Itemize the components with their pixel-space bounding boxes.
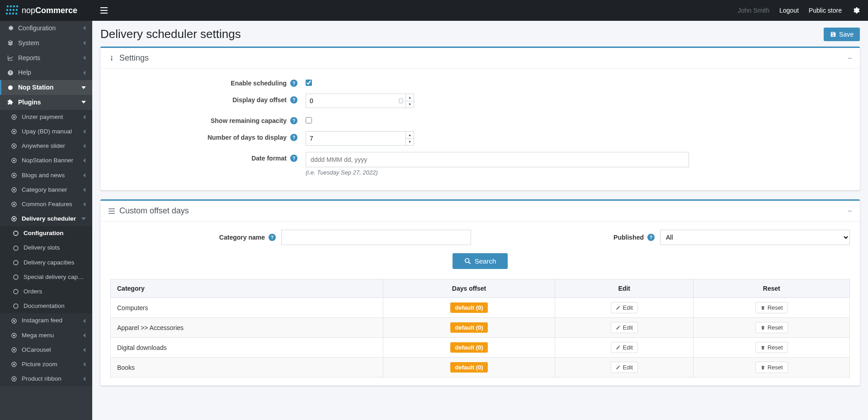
sidebar-item-nopstation-banner[interactable]: NopStation Banner: [0, 153, 92, 168]
date-format-hint: (i.e. Tuesday Sep 27, 2022): [306, 169, 689, 176]
sidebar-item-picture-zoom[interactable]: Picture zoom: [0, 357, 92, 372]
table-row: Computersdefault (0)EditReset: [111, 298, 850, 318]
chevron-left-icon: [83, 26, 86, 30]
numeric-clear-icon[interactable]: [396, 94, 406, 108]
circle-fill-icon: [6, 85, 14, 90]
nav-label: Delivery scheduler: [22, 215, 81, 222]
sidebar-item-documentation[interactable]: Documentation: [0, 299, 92, 313]
nav: ConfigurationSystemReports?HelpNop Stati…: [0, 21, 92, 386]
page-title: Delivery scheduler settings: [100, 27, 824, 41]
help-icon[interactable]: ?: [290, 134, 297, 141]
spinner-down-icon[interactable]: ▼: [406, 101, 414, 108]
edit-button[interactable]: Edit: [611, 362, 638, 373]
nav-label: Special delivery capacities: [24, 274, 86, 281]
th-category[interactable]: Category: [111, 279, 383, 298]
nav-label: Reports: [18, 54, 83, 62]
th-days-offset[interactable]: Days offset: [383, 279, 555, 298]
reset-button[interactable]: Reset: [755, 362, 788, 373]
date-format-input[interactable]: [306, 152, 689, 167]
collapse-icon[interactable]: −: [848, 207, 852, 215]
sidebar-item-system[interactable]: System: [0, 36, 92, 51]
circle-dot-icon: [10, 158, 18, 163]
collapse-icon[interactable]: −: [848, 54, 852, 62]
th-reset[interactable]: Reset: [693, 279, 850, 298]
cell-edit: Edit: [555, 298, 693, 318]
reset-button[interactable]: Reset: [755, 302, 788, 313]
spinner-up-icon[interactable]: ▲: [406, 94, 414, 101]
sidebar-item-unzer-payment[interactable]: Unzer payment: [0, 110, 92, 124]
reset-button[interactable]: Reset: [755, 322, 788, 333]
settings-card: Settings − Enable scheduling ? Display d…: [100, 47, 860, 190]
help-icon[interactable]: ?: [647, 234, 655, 241]
sidebar-item-blogs-and-news[interactable]: Blogs and news: [0, 168, 92, 183]
sidebar-item-configuration[interactable]: Configuration: [0, 226, 92, 241]
sidebar-item-ocarousel[interactable]: OCarousel: [0, 343, 92, 357]
cell-offset: default (0): [383, 338, 555, 358]
sidebar-item-reports[interactable]: Reports: [0, 51, 92, 66]
sidebar-item-upay-bd-manual[interactable]: Upay (BD) manual: [0, 124, 92, 139]
display-day-offset-input[interactable]: [306, 94, 396, 108]
chevron-left-icon: [83, 333, 86, 338]
nav-label: Delivery slots: [24, 244, 86, 251]
brand-text: nopCommerce: [22, 6, 77, 15]
edit-button[interactable]: Edit: [611, 342, 638, 353]
sidebar-item-delivery-capacities[interactable]: Delivery capacities: [0, 255, 92, 270]
sidebar-item-product-ribbon[interactable]: Product ribbon: [0, 372, 92, 386]
enable-scheduling-checkbox[interactable]: [306, 80, 312, 86]
spinner-up-icon[interactable]: ▲: [406, 132, 414, 139]
brand-logo-icon: [5, 4, 19, 17]
sidebar-item-configuration[interactable]: Configuration: [0, 21, 92, 36]
edit-button[interactable]: Edit: [611, 302, 638, 313]
hamburger-icon[interactable]: [100, 7, 108, 14]
content: Delivery scheduler settings Save Setting…: [92, 21, 868, 420]
topbar-user[interactable]: John Smith: [738, 7, 769, 14]
show-remaining-capacity-checkbox[interactable]: [306, 117, 312, 123]
sidebar-item-help[interactable]: ?Help: [0, 65, 92, 80]
edit-button[interactable]: Edit: [611, 322, 638, 333]
help-icon[interactable]: ?: [290, 155, 297, 162]
help-icon[interactable]: ?: [290, 117, 297, 124]
help-icon[interactable]: ?: [269, 234, 276, 241]
published-select[interactable]: All: [660, 230, 850, 245]
svg-point-0: [7, 5, 9, 7]
sidebar-item-delivery-scheduler[interactable]: Delivery scheduler: [0, 212, 92, 226]
search-button[interactable]: Search: [453, 253, 508, 269]
svg-point-9: [9, 13, 11, 14]
nav-label: Orders: [24, 288, 86, 295]
logout-link[interactable]: Logout: [779, 7, 799, 14]
sidebar-item-anywhere-slider[interactable]: Anywhere slider: [0, 139, 92, 153]
sidebar-item-plugins[interactable]: Plugins: [0, 95, 92, 110]
svg-rect-52: [399, 99, 403, 103]
circle-dot-icon: [10, 129, 18, 134]
spinner-down-icon[interactable]: ▼: [406, 139, 414, 146]
sidebar-item-instagram-feed[interactable]: Instagram feed: [0, 313, 92, 328]
help-icon[interactable]: ?: [290, 80, 297, 87]
sidebar-item-nop-station[interactable]: Nop Station: [0, 80, 92, 95]
svg-point-50: [111, 56, 113, 57]
chevron-left-icon: [83, 71, 86, 75]
sidebar-item-common-features[interactable]: Common Features: [0, 197, 92, 212]
sidebar-item-mega-menu[interactable]: Mega menu: [0, 328, 92, 343]
number-of-days-input[interactable]: [306, 132, 406, 145]
circle-dot-icon: [10, 376, 18, 382]
chevron-down-icon: [81, 217, 86, 220]
sidebar-item-delivery-slots[interactable]: Delivery slots: [0, 241, 92, 255]
th-edit[interactable]: Edit: [555, 279, 693, 298]
settings-gear-icon[interactable]: [852, 6, 860, 14]
brand[interactable]: nopCommerce: [0, 0, 92, 21]
nav-label: System: [18, 39, 83, 47]
chevron-left-icon: [83, 144, 86, 148]
chevron-down-icon: [81, 86, 86, 89]
svg-point-31: [14, 231, 18, 236]
save-button[interactable]: Save: [824, 28, 860, 41]
help-icon[interactable]: ?: [290, 96, 297, 104]
sidebar-item-orders[interactable]: Orders: [0, 284, 92, 299]
chevron-left-icon: [83, 41, 86, 45]
sidebar-item-category-banner[interactable]: Category banner: [0, 183, 92, 197]
trash-icon: [760, 305, 765, 311]
sidebar-item-special-delivery-capacities[interactable]: Special delivery capacities: [0, 270, 92, 284]
category-name-input[interactable]: [281, 230, 471, 245]
reset-button[interactable]: Reset: [755, 342, 788, 353]
public-store-link[interactable]: Public store: [809, 7, 842, 14]
circle-o-icon: [12, 231, 20, 236]
